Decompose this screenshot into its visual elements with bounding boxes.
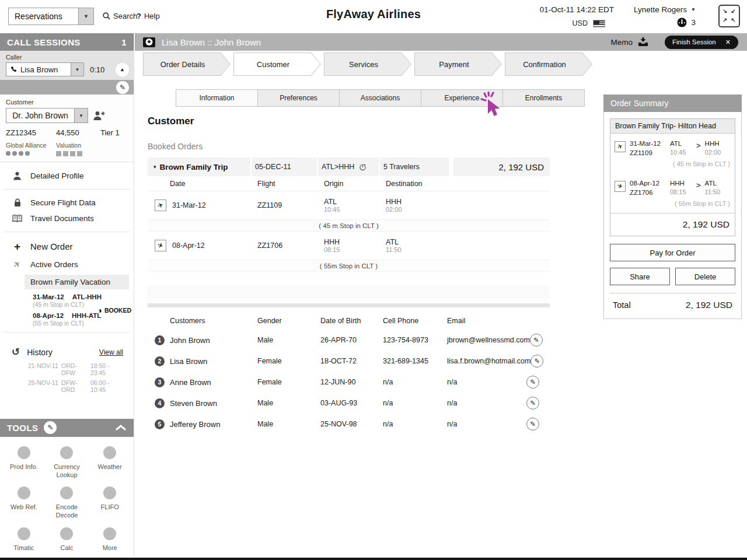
tab-enrollments[interactable]: Enrollments bbox=[502, 89, 585, 107]
collapse-tools-button[interactable] bbox=[115, 425, 127, 430]
chevron-right-icon: > bbox=[696, 141, 701, 150]
share-button[interactable]: Share bbox=[610, 268, 670, 285]
empty-row bbox=[148, 272, 550, 286]
tool-label: Timatic bbox=[13, 544, 34, 552]
tool-label: More bbox=[103, 544, 117, 552]
edit-customer-button[interactable]: ✎ bbox=[526, 418, 539, 430]
tool-more[interactable]: More bbox=[88, 527, 131, 552]
delete-button[interactable]: Delete bbox=[675, 268, 735, 285]
caller-select[interactable]: Lisa Brown ▼ bbox=[6, 62, 84, 76]
pay-for-order-button[interactable]: Pay for Order bbox=[610, 244, 735, 261]
step-order-details[interactable]: Order Details bbox=[143, 52, 231, 76]
tool-icon bbox=[18, 487, 30, 499]
caller-toolbar: ✎ bbox=[0, 80, 134, 94]
trip-date: 05-DEC-11 bbox=[255, 163, 291, 171]
chevron-down-icon[interactable]: ▼ bbox=[74, 108, 88, 123]
destination-code: ATL bbox=[386, 238, 449, 246]
summary-trip-name: Brown Family Trip- Hilton Head bbox=[610, 119, 735, 134]
tool-calc[interactable]: Calc bbox=[46, 527, 89, 552]
flight-date: 08-Apr-12 bbox=[172, 242, 205, 250]
destination-time: 11:50 bbox=[386, 246, 449, 253]
sidebar-item-detailed-profile[interactable]: Detailed Profile bbox=[0, 168, 134, 184]
sidebar-item-secure-flight[interactable]: Secure Flight Data bbox=[0, 195, 134, 211]
session-title: Lisa Brown :: John Brown bbox=[162, 37, 261, 47]
trip-price: 2, 192 USD bbox=[449, 158, 550, 176]
col-cell: Cell Phone bbox=[383, 317, 447, 325]
tools-grid: Prod Info. Currency Lookup Weather Web R… bbox=[0, 437, 134, 558]
currency-indicator: USD bbox=[573, 19, 605, 27]
customer-dob: 26-APR-70 bbox=[320, 336, 383, 344]
customer-name: John Brown bbox=[170, 336, 257, 345]
edit-tools-button[interactable]: ✎ bbox=[44, 421, 57, 434]
member-points: 44,550 bbox=[56, 128, 100, 137]
sidebar-item-travel-documents[interactable]: Travel Documents bbox=[0, 211, 134, 226]
caller-panel: Caller Lisa Brown ▼ 0:10 ▲ bbox=[0, 51, 134, 80]
collapse-window-button[interactable]: ↘ ↙ ↗ ↖ bbox=[718, 5, 740, 27]
trip-travelers: 5 Travelers bbox=[383, 163, 420, 171]
row-number: 2 bbox=[155, 356, 165, 366]
tool-prod-info[interactable]: Prod Info. bbox=[2, 446, 46, 480]
table-row: 5 Jefferey Brown Male 25-NOV-98 n/a n/a … bbox=[148, 414, 550, 435]
memo-icon bbox=[638, 37, 648, 47]
chevron-down-icon[interactable]: ▼ bbox=[71, 63, 83, 76]
tools-title: TOOLS bbox=[7, 423, 38, 433]
summary-origin: ATL bbox=[670, 139, 692, 148]
origin-time: 10:45 bbox=[324, 206, 379, 213]
tool-label: FLIFO bbox=[101, 503, 119, 511]
step-customer[interactable]: Customer bbox=[233, 52, 321, 76]
view-all-link[interactable]: View all bbox=[99, 348, 123, 356]
tool-flifo[interactable]: FLIFO bbox=[88, 487, 131, 520]
add-person-icon[interactable] bbox=[93, 111, 105, 121]
tool-label: Encode Decode bbox=[46, 503, 89, 520]
tab-information[interactable]: Information bbox=[176, 89, 258, 107]
trip-route: ATL>HHH bbox=[322, 163, 354, 171]
step-services[interactable]: Services bbox=[324, 52, 411, 76]
tool-label: Weather bbox=[97, 463, 121, 471]
pencil-icon: ✎ bbox=[530, 399, 536, 407]
row-number: 1 bbox=[155, 335, 165, 345]
customer-gender: Female bbox=[257, 357, 320, 365]
edit-customer-button[interactable]: ✎ bbox=[530, 355, 543, 368]
sidebar-item-label: Active Orders bbox=[30, 260, 78, 269]
step-label: Services bbox=[324, 52, 411, 76]
tool-timatic[interactable]: Timatic bbox=[2, 527, 46, 552]
finish-session-button[interactable]: Finish Session ✕ bbox=[665, 36, 738, 49]
main-area: Lisa Brown :: John Brown Memo Finish Ses… bbox=[135, 33, 747, 560]
collapse-caller-button[interactable]: ▲ bbox=[116, 63, 129, 76]
customer-dob: 25-NOV-98 bbox=[320, 420, 383, 428]
customer-name: Anne Brown bbox=[170, 378, 257, 387]
trip-summary-row[interactable]: ▾ Brown Family Trip 05-DEC-11 ATL>HHH 5 … bbox=[148, 158, 550, 176]
tool-web-ref[interactable]: Web Ref. bbox=[2, 487, 46, 520]
session-gauge[interactable]: 3 bbox=[677, 18, 696, 27]
tool-encode-decode[interactable]: Encode Decode bbox=[46, 487, 89, 520]
sidebar-item-new-order[interactable]: + New Order bbox=[0, 237, 134, 256]
row-number: 5 bbox=[155, 419, 165, 429]
customer-name: Steven Brown bbox=[170, 399, 257, 408]
active-order-item[interactable]: Brown Family Vacation bbox=[25, 275, 129, 289]
tool-currency-lookup[interactable]: Currency Lookup bbox=[46, 446, 89, 480]
edit-caller-button[interactable]: ✎ bbox=[116, 81, 129, 94]
arrow-nw-icon: ↖ bbox=[731, 18, 736, 23]
stopover-note: ( 45 m Stop in CLT ) bbox=[148, 219, 550, 232]
tab-experience[interactable]: Experience bbox=[421, 89, 503, 107]
call-sessions-header: CALL SESSIONS 1 bbox=[0, 33, 134, 51]
tab-associations[interactable]: Associations bbox=[339, 89, 421, 107]
destination-code: HHH bbox=[386, 198, 449, 206]
flight-row: ✈ 08-Apr-12 ZZ1706 HHH 08:15 ATL 11:50 bbox=[148, 232, 550, 260]
tab-preferences[interactable]: Preferences bbox=[257, 89, 340, 107]
call-timer: 0:10 bbox=[90, 65, 104, 74]
edit-customer-button[interactable]: ✎ bbox=[526, 397, 539, 410]
tool-weather[interactable]: Weather bbox=[88, 446, 131, 480]
edit-customer-button[interactable]: ✎ bbox=[530, 334, 543, 346]
customer-name: Dr. John Brown bbox=[6, 111, 74, 120]
agent-menu[interactable]: Lynette Rogers ▼ bbox=[634, 5, 696, 14]
history-row: 21-NOV-11 ORD-DFW 18:50 - 23:45 bbox=[28, 362, 123, 376]
step-payment[interactable]: Payment bbox=[414, 52, 502, 76]
sidebar-item-active-orders[interactable]: ✈ Active Orders bbox=[0, 256, 134, 273]
table-row: 4 Steven Brown Male 03-AUG-93 n/a n/a ✎ bbox=[148, 393, 550, 414]
customer-select[interactable]: Dr. John Brown ▼ bbox=[6, 108, 88, 123]
edit-customer-button[interactable]: ✎ bbox=[526, 376, 539, 388]
step-confirmation[interactable]: Confirmation bbox=[505, 52, 592, 76]
step-label: Customer bbox=[233, 52, 321, 76]
memo-button[interactable]: Memo bbox=[610, 37, 648, 47]
